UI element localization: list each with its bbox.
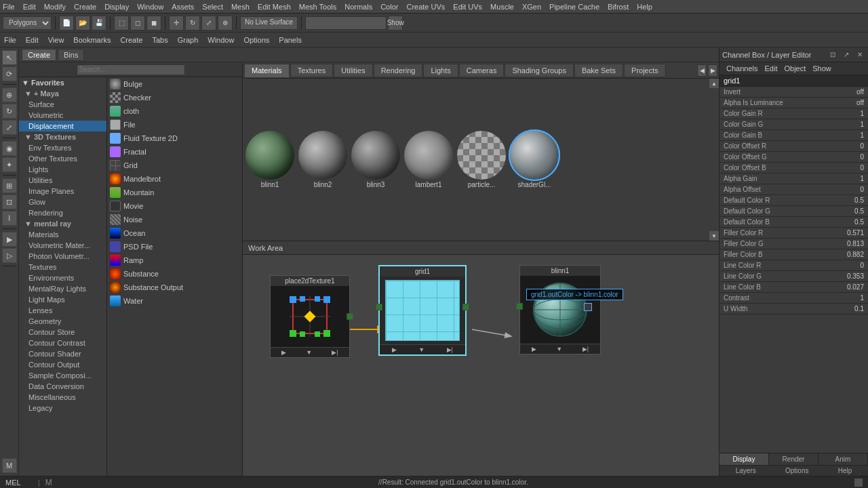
swatch-shader-glass[interactable]: shaderGl...	[510, 131, 559, 188]
cb-attr-lcr[interactable]: Line Color R 0	[719, 260, 868, 271]
tex-file[interactable]: File	[107, 118, 242, 131]
nav-prev-btn[interactable]: ◀	[697, 64, 707, 77]
cb-icon2[interactable]: ↗	[841, 49, 852, 60]
node-grid1-input[interactable]	[376, 304, 382, 310]
cb-layers-link[interactable]: Layers	[736, 467, 756, 474]
snap-grid-btn[interactable]: ⊡	[2, 195, 17, 209]
smenu-tabs[interactable]: Tabs	[152, 36, 167, 44]
cat-env-tex[interactable]: Env Textures	[19, 142, 106, 153]
node-grid1-skip[interactable]: ▶|	[445, 346, 455, 353]
show-all-btn[interactable]: M	[2, 458, 17, 473]
cat-mr-misc[interactable]: Miscellaneous	[19, 392, 106, 403]
lasso-btn[interactable]: ◻	[130, 16, 145, 30]
tex-cloth[interactable]: cloth	[107, 104, 242, 118]
work-area-canvas[interactable]: place2dTexture1	[243, 255, 719, 476]
menu-color[interactable]: Color	[380, 3, 398, 11]
cb-attr-ag[interactable]: Alpha Gain 1	[719, 174, 868, 184]
menu-file[interactable]: File	[3, 3, 15, 11]
tex-grid[interactable]: Grid	[107, 159, 242, 172]
menu-edit-mesh[interactable]: Edit Mesh	[258, 3, 291, 11]
cat-mr-contour-store[interactable]: Contour Store	[19, 327, 106, 338]
node-blinn1-input[interactable]	[516, 303, 523, 310]
paint-btn[interactable]: ◼	[146, 16, 161, 30]
menu-display[interactable]: Display	[104, 3, 129, 11]
cat-mentalray[interactable]: ▼ mental ray	[19, 218, 106, 229]
smenu-panels[interactable]: Panels	[279, 36, 302, 44]
cb-attr-fcb[interactable]: Filler Color B 0.882	[719, 249, 868, 260]
tex-fractal[interactable]: Fractal	[107, 145, 242, 159]
menu-edit-uvs[interactable]: Edit UVs	[453, 3, 482, 11]
cb-attr-cor[interactable]: Color Offset R 0	[719, 141, 868, 152]
cb-attr-cgr[interactable]: Color Gain R 1	[719, 108, 868, 119]
cb-attr-lcb[interactable]: Line Color B 0.027	[719, 282, 868, 293]
smenu-graph[interactable]: Graph	[178, 36, 199, 44]
cat-mr-vol[interactable]: Volumetric Mater...	[19, 240, 106, 251]
ipr-btn[interactable]: ▷	[2, 248, 17, 263]
new-scene-btn[interactable]: 📄	[59, 16, 74, 30]
cat-displacement[interactable]: Displacement	[19, 121, 106, 131]
smenu-create[interactable]: Create	[120, 36, 142, 44]
cat-mr-data-conv[interactable]: Data Conversion	[19, 381, 106, 392]
node-grid1[interactable]: grid1 ▶ ▼ ▶|	[378, 265, 467, 356]
cb-attr-invert[interactable]: Invert off	[719, 87, 868, 98]
cb-attr-fcr[interactable]: Filler Color R 0.571	[719, 228, 868, 239]
open-btn[interactable]: 📂	[75, 16, 90, 30]
node-place2d-down[interactable]: ▼	[304, 349, 314, 356]
tex-noise[interactable]: Noise	[107, 213, 242, 226]
tab-shading-groups[interactable]: Shading Groups	[505, 64, 574, 77]
cat-mr-materials[interactable]: Materials	[19, 229, 106, 240]
cat-favorites[interactable]: ▼ Favorites	[19, 77, 106, 88]
tex-mandelbrot[interactable]: Mandelbrot	[107, 172, 242, 186]
menu-help[interactable]: Help	[637, 3, 652, 11]
cb-attr-dcg[interactable]: Default Color G 0.5	[719, 206, 868, 217]
cat-mr-lightmaps[interactable]: Light Maps	[19, 294, 106, 305]
bins-tab[interactable]: Bins	[58, 49, 84, 61]
cb-attr-dcr[interactable]: Default Color R 0.5	[719, 195, 868, 206]
menu-mesh-tools[interactable]: Mesh Tools	[299, 3, 336, 11]
swatch-lambert1[interactable]: lambert1	[404, 131, 453, 188]
cb-btab-render[interactable]: Render	[769, 453, 818, 465]
cat-glow[interactable]: Glow	[19, 197, 106, 207]
menu-assets[interactable]: Assets	[172, 3, 194, 11]
cat-image-planes[interactable]: Image Planes	[19, 186, 106, 197]
node-blinn1[interactable]: blinn1	[519, 265, 601, 354]
render-btn[interactable]: ▶	[2, 232, 17, 247]
cb-help-link[interactable]: Help	[838, 467, 852, 474]
menu-muscle[interactable]: Muscle	[490, 3, 514, 11]
tab-lights[interactable]: Lights	[423, 64, 458, 77]
node-blinn1-down[interactable]: ▼	[554, 346, 564, 352]
cb-attr-alpha-lum[interactable]: Alpha Is Luminance off	[719, 98, 868, 108]
node-place2d-skip[interactable]: ▶|	[330, 349, 340, 356]
sculpt-btn[interactable]: ✦	[2, 157, 17, 172]
cb-attr-fcg[interactable]: Filler Color G 0.813	[719, 239, 868, 249]
cat-mr-lenses[interactable]: Lenses	[19, 305, 106, 316]
menu-modify[interactable]: Modify	[44, 3, 66, 11]
rotate-view-btn[interactable]: ⟳	[2, 66, 17, 81]
cb-options-link[interactable]: Options	[785, 467, 808, 474]
tex-movie[interactable]: Movie	[107, 199, 242, 213]
render-cam-field[interactable]	[305, 16, 387, 30]
menu-bifrost[interactable]: Bifrost	[608, 3, 629, 11]
scale-tool-btn[interactable]: ⤢	[2, 120, 17, 135]
cb-attr-cog[interactable]: Color Offset G 0	[719, 152, 868, 163]
snap-curve-btn[interactable]: ⌇	[2, 211, 17, 226]
cb-attr-cgg[interactable]: Color Gain G 1	[719, 119, 868, 130]
swatch-blinn3[interactable]: blinn3	[351, 131, 400, 188]
live-surface-btn[interactable]: No Live Surface	[240, 16, 298, 30]
cb-attr-uwidth[interactable]: U Width 0.1	[719, 304, 868, 314]
cat-volumetric[interactable]: Volumetric	[19, 110, 106, 121]
tex-substance[interactable]: Substance	[107, 267, 242, 281]
cb-tab-show[interactable]: Show	[810, 64, 834, 73]
tex-mountain[interactable]: Mountain	[107, 186, 242, 199]
node-blinn1-skip[interactable]: ▶|	[580, 346, 591, 352]
smenu-edit[interactable]: Edit	[26, 36, 39, 44]
menu-xgen[interactable]: XGen	[522, 3, 541, 11]
cat-mr-env[interactable]: Environments	[19, 272, 106, 283]
cb-attr-ao[interactable]: Alpha Offset 0	[719, 184, 868, 195]
cb-btab-anim[interactable]: Anim	[818, 453, 868, 465]
node-grid1-play[interactable]: ▶	[390, 346, 399, 353]
tab-projects[interactable]: Projects	[624, 64, 666, 77]
smenu-file[interactable]: File	[4, 36, 16, 44]
show-manip-btn[interactable]: ⊞	[2, 178, 17, 193]
tab-bake-sets[interactable]: Bake Sets	[574, 64, 623, 77]
